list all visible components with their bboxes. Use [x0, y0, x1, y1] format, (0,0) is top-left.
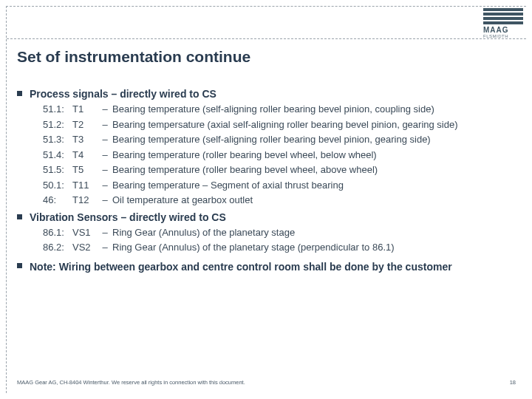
section-heading-process-signals: Process signals – directly wired to CS: [17, 88, 516, 100]
brand-subtitle: FLSMIDTH: [483, 34, 523, 38]
section-heading-vibration-sensors: Vibration Sensors – directly wired to CS: [17, 211, 516, 223]
section-items-vibration-sensors: 86.1:VS1–Ring Gear (Annulus) of the plan…: [17, 226, 516, 254]
brand-logo: MAAG FLSMIDTH: [483, 8, 523, 38]
footer: MAAG Gear AG, CH-8404 Winterthur. We res…: [17, 379, 516, 386]
list-item: 51.5:T5–Bearing temperature (roller bear…: [43, 163, 516, 177]
header-bar: MAAG FLSMIDTH: [7, 7, 526, 39]
bullet-icon: [17, 91, 22, 96]
list-item: 50.1:T11–Bearing temperature – Segment o…: [43, 179, 516, 192]
note-text: Note: Wiring between gearbox and centre …: [30, 260, 516, 274]
list-item: 51.1:T1–Bearing temperature (self-aligni…: [43, 103, 516, 116]
list-item: 51.2:T2–Bearing tempersature (axial self…: [43, 118, 516, 132]
list-item: 51.4:T4–Bearing temperature (roller bear…: [43, 149, 516, 162]
section-heading-label: Process signals – directly wired to CS: [30, 88, 216, 100]
slide-frame: MAAG FLSMIDTH Set of instrumentation con…: [6, 6, 526, 393]
list-item: 86.2:VS2–Ring Gear (Annulus) of the plan…: [43, 241, 516, 254]
bullet-icon: [17, 263, 22, 268]
section-items-process-signals: 51.1:T1–Bearing temperature (self-aligni…: [17, 103, 516, 207]
brand-logo-icon: [483, 8, 523, 24]
footer-copyright: MAAG Gear AG, CH-8404 Winterthur. We res…: [17, 379, 245, 386]
content-area: Process signals – directly wired to CS 5…: [17, 83, 516, 274]
brand-name: MAAG: [483, 26, 523, 34]
list-item: 86.1:VS1–Ring Gear (Annulus) of the plan…: [43, 226, 516, 239]
section-note: Note: Wiring between gearbox and centre …: [17, 260, 516, 274]
page-number: 18: [510, 379, 516, 386]
list-item: 51.3:T3–Bearing temperature (self-aligni…: [43, 133, 516, 146]
bullet-icon: [17, 214, 22, 219]
section-heading-label: Vibration Sensors – directly wired to CS: [30, 211, 226, 223]
page-title: Set of instrumentation continue: [17, 39, 250, 66]
list-item: 46:T12–Oil temperature at gearbox outlet: [43, 194, 516, 207]
